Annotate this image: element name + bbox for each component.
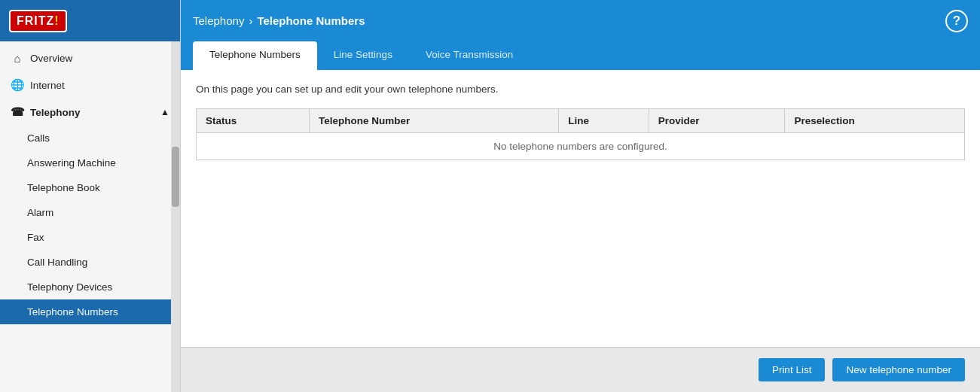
sidebar-item-telephone-book[interactable]: Telephone Book [0,175,180,200]
col-status: Status [197,109,310,133]
breadcrumb-current: Telephone Numbers [257,14,365,27]
sidebar: FRITZ! ⌂ Overview 🌐 Internet ☎ Telephony… [0,0,181,392]
print-list-button[interactable]: Print List [759,358,826,381]
sidebar-item-telephony-label: Telephony [30,107,81,118]
breadcrumb-separator: › [249,14,252,27]
tab-line-settings[interactable]: Line Settings [317,41,409,70]
breadcrumb-parent: Telephony [193,14,244,27]
sidebar-item-fax[interactable]: Fax [0,225,180,250]
breadcrumb: Telephony › Telephone Numbers [193,14,365,27]
sidebar-item-call-handling-label: Call Handling [27,257,87,268]
scrollbar-track[interactable] [171,41,180,392]
telephone-numbers-table: Status Telephone Number Line Provider Pr… [196,108,965,160]
home-icon: ⌂ [11,51,24,65]
col-provider: Provider [649,109,785,133]
sidebar-item-answering-machine-label: Answering Machine [27,157,116,169]
sidebar-item-telephone-numbers[interactable]: Telephone Numbers [0,299,180,324]
globe-icon: 🌐 [11,78,24,92]
fritz-logo: FRITZ! [9,10,67,32]
sidebar-item-telephony-devices-label: Telephony Devices [27,281,112,293]
sidebar-item-fax-label: Fax [27,232,44,243]
sidebar-item-internet[interactable]: 🌐 Internet [0,71,180,99]
main-content: Telephony › Telephone Numbers ? Telephon… [181,0,980,392]
empty-message: No telephone numbers are configured. [197,133,965,160]
sidebar-item-alarm[interactable]: Alarm [0,200,180,225]
help-button[interactable]: ? [945,10,968,32]
sidebar-item-internet-label: Internet [30,80,65,91]
content-inner: On this page you can set up and edit you… [181,70,980,347]
sidebar-item-answering-machine[interactable]: Answering Machine [0,150,180,175]
tabs-bar: Telephone Numbers Line Settings Voice Tr… [181,41,980,70]
sidebar-logo: FRITZ! [0,0,180,41]
content-footer: Print List New telephone number [181,347,980,392]
new-telephone-number-button[interactable]: New telephone number [832,358,965,381]
scrollbar-thumb[interactable] [172,147,179,207]
page-description: On this page you can set up and edit you… [196,84,965,95]
table-empty-row: No telephone numbers are configured. [197,133,965,160]
phone-icon: ☎ [11,105,24,119]
tab-telephone-numbers[interactable]: Telephone Numbers [193,41,317,70]
col-telephone-number: Telephone Number [310,109,559,133]
sidebar-item-call-handling[interactable]: Call Handling [0,250,180,275]
chevron-up-icon: ▲ [160,107,169,117]
sidebar-item-alarm-label: Alarm [27,207,53,218]
col-preselection: Preselection [785,109,965,133]
sidebar-item-telephony-devices[interactable]: Telephony Devices [0,275,180,299]
sidebar-item-telephony[interactable]: ☎ Telephony ▲ [0,99,180,126]
sidebar-item-overview-label: Overview [30,53,72,64]
sidebar-nav: ⌂ Overview 🌐 Internet ☎ Telephony ▲ Call… [0,41,180,392]
sidebar-item-telephone-numbers-label: Telephone Numbers [27,306,118,318]
content-area: On this page you can set up and edit you… [181,70,980,392]
sidebar-item-calls-label: Calls [27,132,50,144]
sidebar-item-telephone-book-label: Telephone Book [27,182,100,193]
tab-voice-transmission[interactable]: Voice Transmission [409,41,530,70]
sidebar-item-calls[interactable]: Calls [0,126,180,150]
sidebar-item-overview[interactable]: ⌂ Overview [0,44,180,71]
col-line: Line [559,109,649,133]
page-header: Telephony › Telephone Numbers ? [181,0,980,41]
